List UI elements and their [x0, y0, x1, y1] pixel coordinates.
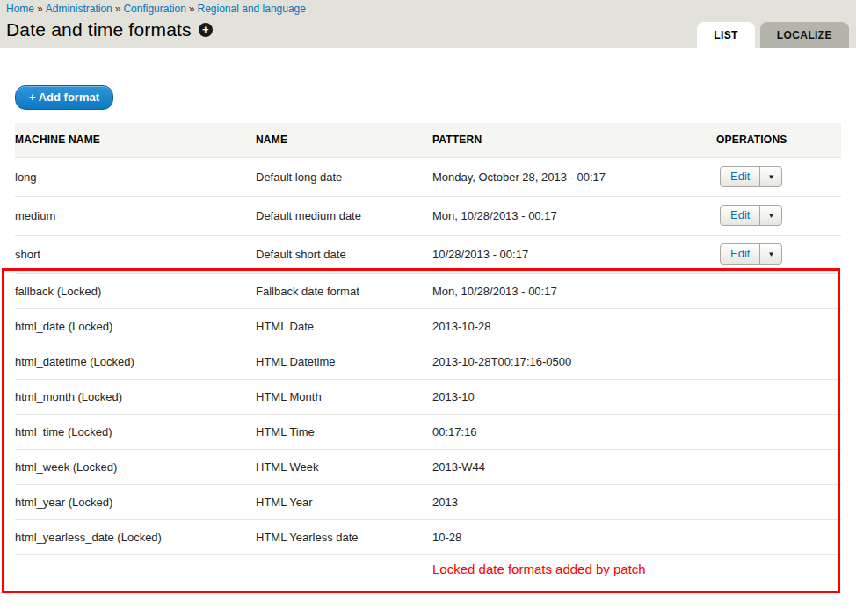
- cell-machine-name: html_week (Locked): [15, 449, 256, 484]
- cell-pattern: 10-28: [432, 519, 716, 554]
- breadcrumb-item: Configuration»: [123, 3, 197, 15]
- table-row: long Default long date Monday, October 2…: [15, 157, 841, 196]
- column-header-operations: OPERATIONS: [716, 123, 841, 157]
- breadcrumb-link[interactable]: Administration: [46, 3, 112, 15]
- page-header: Home»Administration»Configuration»Region…: [0, 0, 856, 48]
- table-row: fallback (Locked) Fallback date format M…: [15, 273, 841, 308]
- cell-pattern: Monday, October 28, 2013 - 00:17: [432, 157, 716, 196]
- add-format-button[interactable]: + Add format: [15, 85, 113, 110]
- cell-pattern: Mon, 10/28/2013 - 00:17: [432, 273, 716, 308]
- cell-name: HTML Date: [256, 308, 432, 344]
- breadcrumb-separator: »: [112, 3, 124, 15]
- table-row: html_yearless_date (Locked) HTML Yearles…: [15, 519, 841, 554]
- breadcrumb-item: Regional and language: [198, 3, 306, 15]
- table-row: html_date (Locked) HTML Date 2013-10-28: [15, 308, 841, 344]
- cell-name: Default short date: [256, 235, 432, 273]
- cell-pattern: 2013-10-28: [432, 308, 716, 344]
- cell-pattern: 2013-10: [432, 379, 716, 414]
- cell-pattern: 2013: [432, 484, 716, 519]
- edit-button-label[interactable]: Edit: [721, 206, 759, 225]
- cell-name: Default medium date: [256, 196, 432, 235]
- column-header-pattern: PATTERN: [432, 123, 716, 157]
- cell-name: HTML Month: [256, 379, 432, 414]
- cell-pattern: 2013-W44: [432, 449, 716, 484]
- cell-name: HTML Time: [256, 414, 432, 449]
- breadcrumb-separator: »: [186, 3, 198, 15]
- cell-operations: Edit ▼: [716, 196, 841, 235]
- cell-machine-name: html_date (Locked): [15, 308, 256, 344]
- cell-operations: [716, 344, 841, 379]
- chevron-down-icon[interactable]: ▼: [759, 206, 781, 225]
- tab[interactable]: LIST: [697, 22, 755, 48]
- formats-table: MACHINE NAME NAME PATTERN OPERATIONS lon…: [15, 123, 841, 583]
- table-row: html_month (Locked) HTML Month 2013-10: [15, 379, 841, 414]
- cell-machine-name: html_datetime (Locked): [15, 344, 256, 379]
- cell-operations: [716, 379, 841, 414]
- cell-operations: [716, 519, 841, 554]
- cell-pattern: 10/28/2013 - 00:17: [432, 235, 716, 273]
- chevron-down-icon[interactable]: ▼: [759, 167, 781, 186]
- edit-button[interactable]: Edit ▼: [720, 166, 782, 187]
- breadcrumb-link[interactable]: Configuration: [123, 3, 185, 15]
- cell-operations: Edit ▼: [716, 157, 841, 196]
- annotation-label: Locked date formats added by patch: [432, 562, 646, 576]
- table-row: html_week (Locked) HTML Week 2013-W44: [15, 449, 841, 484]
- chevron-down-icon[interactable]: ▼: [759, 244, 781, 264]
- cell-machine-name: long: [15, 157, 256, 196]
- edit-button[interactable]: Edit ▼: [720, 243, 782, 265]
- edit-button-label[interactable]: Edit: [721, 167, 759, 186]
- cell-operations: [716, 273, 841, 308]
- cell-pattern: 00:17:16: [432, 414, 716, 449]
- breadcrumb-item: Administration»: [46, 3, 124, 15]
- cell-operations: Edit ▼: [716, 235, 841, 273]
- cell-name: HTML Year: [256, 484, 432, 519]
- add-shortcut-icon[interactable]: +: [199, 23, 213, 37]
- edit-button-label[interactable]: Edit: [721, 244, 759, 264]
- cell-pattern: Mon, 10/28/2013 - 00:17: [432, 196, 716, 235]
- cell-operations: [716, 308, 841, 344]
- column-header-machine-name: MACHINE NAME: [15, 123, 256, 157]
- cell-name: HTML Week: [256, 449, 432, 484]
- cell-machine-name: html_yearless_date (Locked): [15, 519, 256, 554]
- breadcrumb: Home»Administration»Configuration»Region…: [6, 3, 856, 15]
- annotation-row: Locked date formats added by patch: [15, 554, 841, 583]
- tab[interactable]: LOCALIZE: [760, 22, 849, 48]
- cell-pattern: 2013-10-28T00:17:16-0500: [432, 344, 716, 379]
- cell-machine-name: html_time (Locked): [15, 414, 256, 449]
- cell-name: Default long date: [256, 157, 432, 196]
- cell-operations: [716, 484, 841, 519]
- cell-machine-name: html_month (Locked): [15, 379, 256, 414]
- cell-name: HTML Datetime: [256, 344, 432, 379]
- cell-machine-name: medium: [15, 196, 256, 235]
- cell-machine-name: fallback (Locked): [15, 273, 256, 308]
- breadcrumb-link[interactable]: Home: [6, 3, 34, 15]
- table-row: html_datetime (Locked) HTML Datetime 201…: [15, 344, 841, 379]
- table-row: html_year (Locked) HTML Year 2013: [15, 484, 841, 519]
- cell-machine-name: html_year (Locked): [15, 484, 256, 519]
- tab-bar: LISTLOCALIZE: [697, 22, 849, 48]
- cell-operations: [716, 449, 841, 484]
- table-row: html_time (Locked) HTML Time 00:17:16: [15, 414, 841, 449]
- cell-operations: [716, 414, 841, 449]
- table-row: short Default short date 10/28/2013 - 00…: [15, 235, 841, 273]
- table-header-row: MACHINE NAME NAME PATTERN OPERATIONS: [15, 123, 841, 157]
- column-header-name: NAME: [256, 123, 432, 157]
- breadcrumb-link[interactable]: Regional and language: [198, 3, 306, 15]
- page-title: Date and time formats: [6, 19, 192, 40]
- cell-name: HTML Yearless date: [256, 519, 432, 554]
- breadcrumb-separator: »: [34, 3, 46, 15]
- breadcrumb-item: Home»: [6, 3, 46, 15]
- cell-machine-name: short: [15, 235, 256, 273]
- cell-name: Fallback date format: [256, 273, 432, 308]
- edit-button[interactable]: Edit ▼: [720, 205, 782, 226]
- main-content: + Add format MACHINE NAME NAME PATTERN O…: [0, 48, 856, 583]
- table-row: medium Default medium date Mon, 10/28/20…: [15, 196, 841, 235]
